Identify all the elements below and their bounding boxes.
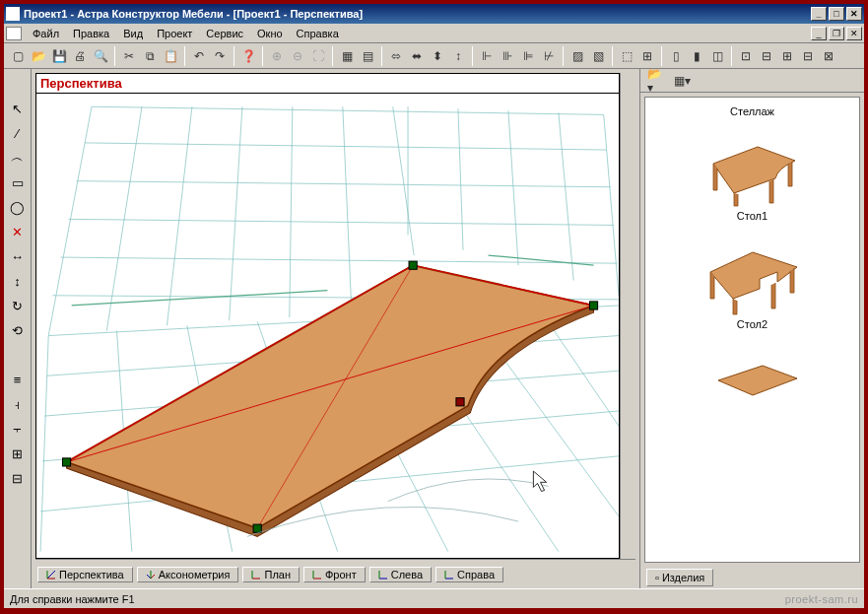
preview-icon[interactable]: 🔍 xyxy=(91,46,110,66)
view-grid-icon[interactable]: ▤ xyxy=(358,46,377,66)
lib-view-icon[interactable]: ▦▾ xyxy=(672,71,692,91)
line-icon[interactable]: ∕ xyxy=(8,123,28,143)
status-hint: Для справки нажмите F1 xyxy=(10,593,135,605)
svg-line-6 xyxy=(393,106,414,255)
save-icon[interactable]: 💾 xyxy=(49,46,69,66)
arc-icon[interactable]: ︵ xyxy=(8,148,28,168)
library-panel: 📂▾ ▦▾ Стеллаж Стол1 Стол2 xyxy=(639,69,864,588)
zoom-out-icon[interactable]: ⊖ xyxy=(288,46,307,66)
mdi-minimize-button[interactable]: _ xyxy=(811,27,827,40)
tab-front[interactable]: Фронт xyxy=(303,567,366,582)
svg-rect-39 xyxy=(456,398,464,406)
ungroup-icon[interactable]: ⊟ xyxy=(757,46,776,66)
new-icon[interactable]: ▢ xyxy=(8,46,28,66)
svg-line-2 xyxy=(167,106,191,325)
print-icon[interactable]: 🖨 xyxy=(70,46,90,66)
zoom-in-icon[interactable]: ⊕ xyxy=(267,46,287,66)
align-3-icon[interactable]: ⊫ xyxy=(518,46,538,66)
panel-3-icon[interactable]: ◫ xyxy=(707,46,727,66)
svg-line-23 xyxy=(40,336,48,552)
help-cursor-icon[interactable]: ❓ xyxy=(238,46,258,66)
zoom-fit-icon[interactable]: ⛶ xyxy=(308,46,328,66)
refresh-icon[interactable]: ↻ xyxy=(8,296,28,315)
hatch-2-icon[interactable]: ▧ xyxy=(588,46,608,66)
dim-tool-2-icon[interactable]: ⬌ xyxy=(407,46,427,66)
hatch-1-icon[interactable]: ▨ xyxy=(568,46,587,66)
layers-icon[interactable]: ≡ xyxy=(8,370,28,389)
close-button[interactable]: ✕ xyxy=(846,7,862,21)
redo-icon[interactable]: ↷ xyxy=(210,46,230,66)
library-item-label: Стол1 xyxy=(737,210,768,222)
dim-tool-4-icon[interactable]: ↕ xyxy=(448,46,468,66)
tab-axonometry[interactable]: Аксонометрия xyxy=(137,567,239,582)
mdi-close-button[interactable]: ✕ xyxy=(846,27,862,40)
align-2-icon[interactable]: ⊪ xyxy=(498,46,517,66)
panel-1-icon[interactable]: ▯ xyxy=(666,46,686,66)
ellipse-icon[interactable]: ◯ xyxy=(8,197,28,217)
vertical-scrollbar[interactable] xyxy=(620,73,635,559)
menu-edit[interactable]: Правка xyxy=(66,26,116,41)
minimize-button[interactable]: _ xyxy=(811,7,827,21)
view-iso-icon[interactable]: ▦ xyxy=(337,46,357,66)
tab-plan[interactable]: План xyxy=(242,567,300,582)
menu-window[interactable]: Окно xyxy=(250,26,290,41)
dim-v-icon[interactable]: ↕ xyxy=(8,271,28,291)
layout-1-icon[interactable]: ⊞ xyxy=(777,46,797,66)
delete-icon[interactable]: ✕ xyxy=(8,222,28,241)
dim-tool-1-icon[interactable]: ⬄ xyxy=(386,46,406,66)
copy-icon[interactable]: ⧉ xyxy=(140,46,160,66)
watermark: proekt-sam.ru xyxy=(785,593,858,605)
menu-file[interactable]: Файл xyxy=(26,26,66,41)
dim-h-icon[interactable]: ↔ xyxy=(8,246,28,266)
menu-project[interactable]: Проект xyxy=(150,26,199,41)
menu-help[interactable]: Справка xyxy=(290,26,346,41)
view-tabs: Перспектива Аксонометрия План Фронт Слев… xyxy=(35,565,635,584)
library-item[interactable] xyxy=(699,346,807,425)
tab-right[interactable]: Справа xyxy=(435,567,503,582)
maximize-button[interactable]: □ xyxy=(829,7,844,21)
svg-line-0 xyxy=(48,106,92,335)
ungroup-tool-icon[interactable]: ⊟ xyxy=(8,468,28,488)
pointer-icon[interactable]: ↖ xyxy=(8,99,28,118)
tab-perspective[interactable]: Перспектива xyxy=(37,567,133,582)
insert-1-icon[interactable]: ⬚ xyxy=(617,46,636,66)
main-toolbar: ▢ 📂 💾 🖨 🔍 ✂ ⧉ 📋 ↶ ↷ ❓ ⊕ ⊖ ⛶ ▦ ▤ ⬄ ⬌ ⬍ ↕ … xyxy=(4,43,864,69)
svg-rect-38 xyxy=(253,524,261,532)
mdi-restore-button[interactable]: ❐ xyxy=(829,27,844,40)
svg-rect-35 xyxy=(62,458,70,466)
rect-icon[interactable]: ▭ xyxy=(8,172,28,192)
align-c-icon[interactable]: ⫟ xyxy=(8,419,28,439)
dim-tool-3-icon[interactable]: ⬍ xyxy=(428,46,447,66)
menu-service[interactable]: Сервис xyxy=(199,26,250,41)
tab-products[interactable]: ▫ Изделия xyxy=(646,569,713,586)
layout-3-icon[interactable]: ⊠ xyxy=(819,46,838,66)
layout-2-icon[interactable]: ⊟ xyxy=(798,46,818,66)
app-icon xyxy=(6,7,20,21)
group-icon[interactable]: ⊡ xyxy=(736,46,756,66)
svg-line-9 xyxy=(508,110,518,265)
open-icon[interactable]: 📂 xyxy=(29,46,48,66)
panel-2-icon[interactable]: ▮ xyxy=(687,46,706,66)
lib-open-icon[interactable]: 📂▾ xyxy=(646,71,666,91)
align-l-icon[interactable]: ⫞ xyxy=(8,394,28,414)
group-tool-icon[interactable]: ⊞ xyxy=(8,443,28,463)
insert-2-icon[interactable]: ⊞ xyxy=(637,46,657,66)
undo-icon[interactable]: ↶ xyxy=(189,46,209,66)
library-item[interactable]: Стол2 xyxy=(699,238,807,330)
svg-line-12 xyxy=(92,106,604,114)
menu-view[interactable]: Вид xyxy=(116,26,150,41)
cut-icon[interactable]: ✂ xyxy=(119,46,139,66)
library-list[interactable]: Стеллаж Стол1 Стол2 xyxy=(644,97,860,563)
tab-left[interactable]: Слева xyxy=(369,567,432,582)
align-1-icon[interactable]: ⊩ xyxy=(477,46,497,66)
window-title: Проект1 - Астра Конструктор Мебели - [Пр… xyxy=(24,8,363,20)
svg-line-14 xyxy=(77,181,611,187)
viewport-3d[interactable] xyxy=(35,93,620,559)
svg-line-32 xyxy=(489,255,594,265)
paste-icon[interactable]: 📋 xyxy=(161,46,180,66)
svg-line-16 xyxy=(60,257,617,263)
library-item[interactable]: Стол1 xyxy=(699,129,807,222)
align-4-icon[interactable]: ⊬ xyxy=(539,46,559,66)
svg-rect-37 xyxy=(589,302,597,309)
rotate-icon[interactable]: ⟲ xyxy=(8,320,28,340)
